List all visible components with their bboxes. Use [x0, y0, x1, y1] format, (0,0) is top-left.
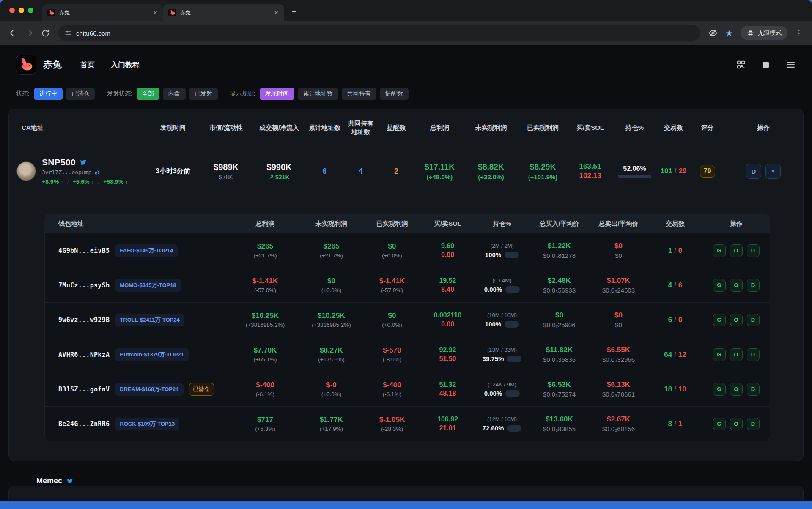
hamburger-menu-icon[interactable]: [786, 60, 796, 70]
position-toggle[interactable]: [507, 356, 521, 362]
qr-code-icon[interactable]: [736, 60, 746, 69]
browser-tab-active[interactable]: 赤兔 ✕: [163, 4, 284, 21]
filter-rule-found-time[interactable]: 发现时间: [260, 88, 294, 100]
token-tag[interactable]: ROCK-$109万-TOP13: [115, 418, 179, 430]
o-button[interactable]: O: [730, 279, 743, 292]
token-tag[interactable]: FAFO-$145万-TOP14: [115, 244, 178, 257]
wallet-row[interactable]: B31SZ...gofnV DREAM-$168万-TOP24 已清仓 $-40…: [45, 372, 770, 406]
wallet-row[interactable]: 9w6vz...w929B TROLL-$2411万-TOP24 $10.25K…: [45, 302, 770, 337]
d-button[interactable]: D: [747, 314, 760, 326]
wallet-row[interactable]: 4G9bN...eivB5 FAFO-$145万-TOP14 $265(+21.…: [45, 233, 770, 268]
url-text[interactable]: chitu66.com: [76, 30, 110, 37]
filter-launch-all[interactable]: 全部: [137, 88, 159, 100]
browser-tab[interactable]: 赤兔 ✕: [42, 4, 163, 21]
tab-close-icon[interactable]: ✕: [151, 9, 159, 16]
tx-counts: 6/0: [648, 316, 702, 324]
d-button[interactable]: D: [747, 383, 760, 396]
filter-rule-alerts[interactable]: 提醒数: [380, 88, 409, 100]
g-button[interactable]: G: [713, 383, 726, 396]
wallet-header-cell: 交易数: [648, 220, 702, 228]
position-toggle[interactable]: [507, 425, 521, 432]
window-zoom-button[interactable]: [28, 8, 33, 13]
realized-profit: $-400: [383, 381, 401, 389]
wallet-row[interactable]: 7MuCz...psySb MOMO-$345万-TOP18 $-1.41K(-…: [45, 268, 770, 302]
token-name[interactable]: SNP500: [42, 157, 76, 167]
main-header-cell: 累计地址数: [305, 123, 344, 132]
tx-buy-count: 64: [664, 350, 672, 358]
tab-close-icon[interactable]: ✕: [272, 9, 280, 16]
token-tag[interactable]: Buttcoin-$1379万-TOP21: [115, 348, 188, 361]
d-button[interactable]: D: [747, 348, 760, 361]
position-toggle[interactable]: [505, 321, 519, 328]
g-button[interactable]: G: [713, 418, 726, 430]
new-tab-button[interactable]: +: [288, 6, 300, 19]
token-tag[interactable]: MOMO-$345万-TOP18: [115, 279, 181, 292]
token-tag[interactable]: TROLL-$2411万-TOP24: [115, 314, 184, 326]
filter-launch-internal[interactable]: 内盘: [163, 88, 186, 100]
twitter-icon[interactable]: [66, 477, 74, 484]
total-profit: $17.11K: [425, 162, 455, 172]
bookmark-star-icon[interactable]: ★: [722, 26, 736, 40]
filter-status-active[interactable]: 进行中: [34, 88, 63, 100]
browser-toolbar: chitu66.com ★ 无痕模式 ⋮: [0, 21, 812, 45]
wallet-address[interactable]: B31SZ...gofnV: [58, 386, 110, 393]
brand-logo[interactable]: [16, 55, 36, 75]
twitter-icon[interactable]: [80, 159, 87, 166]
filter-launch-launched[interactable]: 已发射: [189, 88, 218, 100]
o-button[interactable]: O: [730, 314, 743, 326]
position-toggle[interactable]: [505, 286, 520, 293]
filter-status-cleared[interactable]: 已清仓: [66, 88, 95, 100]
window-minimize-button[interactable]: [19, 8, 24, 13]
o-button[interactable]: O: [730, 244, 743, 257]
g-button[interactable]: G: [713, 314, 726, 326]
bubble-map-icon[interactable]: [94, 169, 101, 175]
wallet-address[interactable]: 9w6vz...w929B: [58, 316, 110, 324]
collapse-button[interactable]: ▼: [765, 164, 781, 179]
wallet-address[interactable]: Be24G...ZnRR6: [58, 420, 110, 428]
buy-sol: 9.60: [421, 242, 475, 250]
total-profit-percent: (+3816985.2%): [231, 322, 299, 328]
token-address[interactable]: 3yr17Z...oopump: [42, 169, 91, 175]
tx-buy-count: 18: [664, 385, 672, 393]
wallet-address[interactable]: 7MuCz...psySb: [58, 282, 110, 289]
unrealized-profit: $10.25K: [318, 312, 345, 320]
sell-sol: 0.00: [421, 320, 475, 328]
d-button[interactable]: D: [747, 244, 760, 257]
d-button[interactable]: D: [747, 279, 760, 292]
wallet-address[interactable]: AVHR6...NPkzA: [58, 351, 110, 358]
g-button[interactable]: G: [713, 348, 726, 361]
eye-off-icon[interactable]: [706, 26, 720, 40]
filter-rule-common-hold[interactable]: 共同持有: [342, 88, 376, 100]
o-button[interactable]: O: [730, 348, 743, 361]
g-button[interactable]: G: [713, 279, 726, 292]
site-controls-icon[interactable]: [64, 29, 72, 37]
url-bar[interactable]: chitu66.com: [58, 25, 700, 41]
tx-buy-count: 4: [668, 281, 672, 289]
token-avatar[interactable]: [16, 161, 36, 181]
filter-rule-label: 显示规则:: [230, 90, 255, 98]
o-button[interactable]: O: [730, 383, 743, 396]
menu-kebab-icon[interactable]: ⋮: [792, 26, 806, 40]
position-toggle[interactable]: [505, 390, 520, 397]
wallet-row[interactable]: AVHR6...NPkzA Buttcoin-$1379万-TOP21 $7.7…: [45, 337, 770, 372]
back-button[interactable]: [6, 26, 20, 40]
forward-button[interactable]: [22, 26, 36, 40]
wallet-row[interactable]: Be24G...ZnRR6 ROCK-$109万-TOP13 $717(+5.3…: [45, 406, 770, 441]
o-button[interactable]: O: [730, 418, 743, 430]
position-toggle[interactable]: [505, 252, 519, 258]
reload-button[interactable]: [38, 26, 52, 40]
nav-tutorial[interactable]: 入门教程: [111, 60, 140, 70]
filter-rule-cum-addresses[interactable]: 累计地址数: [298, 88, 338, 100]
token-tag[interactable]: DREAM-$168万-TOP24: [115, 383, 183, 396]
holding-percent: 0.00%: [484, 286, 502, 293]
wallet-address[interactable]: 4G9bN...eivB5: [58, 247, 110, 254]
window-close-button[interactable]: [9, 8, 15, 13]
next-token-title[interactable]: Memec: [36, 476, 62, 485]
g-button[interactable]: G: [713, 244, 726, 257]
d-button[interactable]: D: [747, 418, 760, 430]
nav-home[interactable]: 首页: [80, 60, 95, 70]
token-row[interactable]: SNP500 3yr17Z...oopump +8.9% ↑ / +5.6% ↑…: [9, 146, 803, 196]
detail-button[interactable]: D: [746, 164, 761, 179]
stop-square-icon[interactable]: [763, 62, 769, 68]
site-favicon-icon: [47, 9, 55, 16]
